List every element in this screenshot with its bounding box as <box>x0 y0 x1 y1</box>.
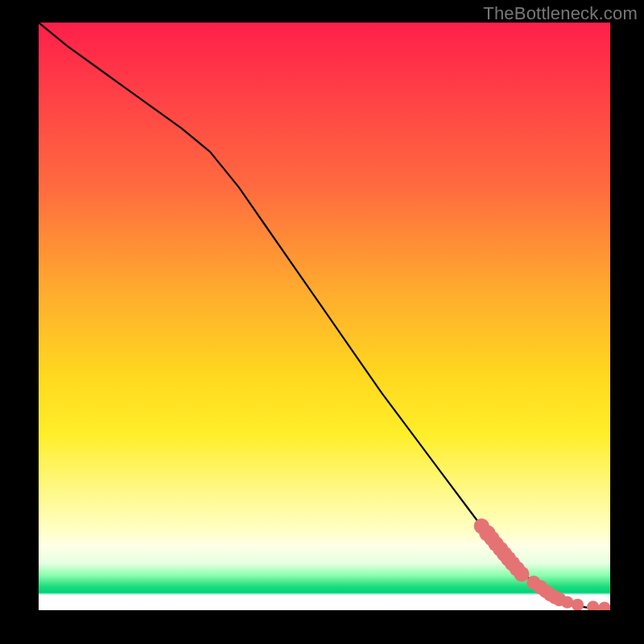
bottleneck-curve <box>39 23 610 609</box>
data-marker <box>514 567 529 582</box>
chart-frame: TheBottleneck.com <box>0 0 644 644</box>
data-marker <box>572 599 584 610</box>
data-marker <box>587 601 599 610</box>
marker-group <box>474 518 610 610</box>
data-marker <box>561 596 573 608</box>
chart-overlay <box>39 23 610 610</box>
plot-area <box>39 23 610 610</box>
watermark-text: TheBottleneck.com <box>483 3 638 24</box>
data-marker <box>598 601 610 610</box>
